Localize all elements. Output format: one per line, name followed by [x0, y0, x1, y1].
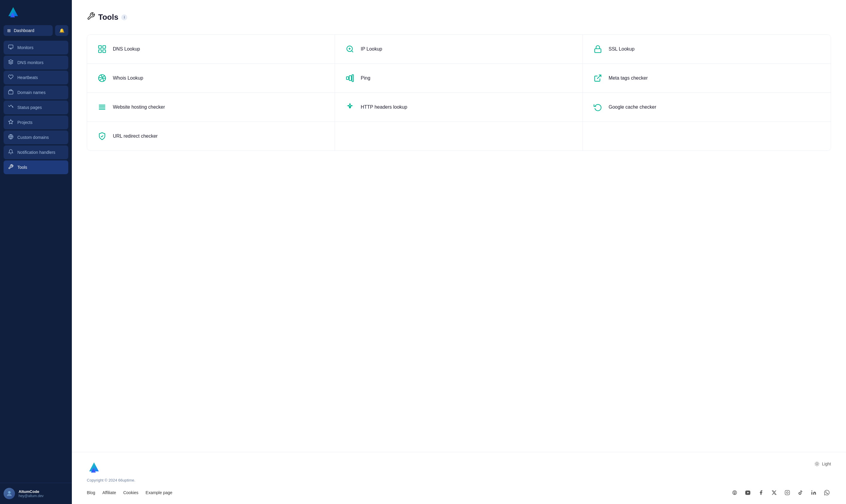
svg-rect-12 [98, 46, 101, 48]
tool-ssl-lookup[interactable]: SSL Lookup [583, 35, 831, 64]
tool-http-headers-lookup[interactable]: HTTP headers lookup [335, 93, 583, 122]
svg-line-24 [597, 75, 601, 79]
sidebar-item-projects[interactable]: Projects [4, 115, 68, 129]
ip-lookup-label: IP Lookup [361, 47, 382, 52]
projects-icon [8, 119, 14, 126]
theme-label: Light [822, 462, 831, 466]
page-title-text: Tools [98, 13, 118, 22]
url-redirect-icon [96, 130, 108, 142]
svg-rect-21 [346, 77, 348, 79]
sidebar-item-monitors[interactable]: Monitors [4, 41, 68, 54]
tools-grid: DNS Lookup IP Lookup [87, 34, 831, 151]
whois-lookup-icon [96, 72, 108, 84]
footer-link-affiliate[interactable]: Affiliate [102, 490, 116, 495]
tools-icon [87, 12, 95, 22]
svg-rect-20 [595, 49, 601, 53]
theme-toggle[interactable]: Light [814, 461, 831, 467]
svg-rect-22 [349, 76, 352, 80]
sidebar-item-heartbeats[interactable]: Heartbeats [4, 71, 68, 85]
svg-marker-6 [9, 120, 13, 124]
svg-point-32 [816, 463, 818, 465]
notification-icon [8, 149, 14, 156]
url-redirect-label: URL redirect checker [113, 133, 158, 139]
twitter-x-icon[interactable] [770, 488, 778, 497]
sidebar-navigation: Monitors DNS monitors Heartbeats Domain … [0, 39, 72, 175]
hosting-checker-label: Website hosting checker [113, 105, 165, 110]
tiktok-icon[interactable] [796, 488, 805, 497]
empty-cell-2 [583, 122, 831, 150]
empty-cell-1 [335, 122, 583, 150]
dashboard-label: Dashboard [14, 28, 34, 33]
user-info: AltumCode hey@altum.dev [19, 489, 44, 498]
monitor-icon [8, 44, 14, 51]
google-cache-icon [592, 101, 604, 113]
grid-icon: ⊞ [7, 28, 11, 33]
sidebar-item-tools[interactable]: Tools [4, 160, 68, 174]
svg-rect-23 [352, 74, 354, 82]
footer-nav-links: Blog Affiliate Cookies Example page [87, 490, 173, 495]
status-pages-label: Status pages [17, 105, 42, 110]
linkedin-icon[interactable] [809, 488, 818, 497]
user-profile[interactable]: AltumCode hey@altum.dev [0, 483, 72, 504]
notification-bell-button[interactable]: 🔔 [55, 25, 68, 36]
globe-icon [8, 134, 14, 141]
svg-point-43 [812, 490, 812, 491]
youtube-icon[interactable] [744, 488, 752, 497]
svg-rect-15 [103, 50, 105, 52]
tool-ip-lookup[interactable]: IP Lookup [335, 35, 583, 64]
dashboard-button[interactable]: ⊞ Dashboard [4, 25, 53, 36]
custom-domains-label: Custom domains [17, 135, 49, 140]
footer-link-cookies[interactable]: Cookies [123, 490, 139, 495]
svg-line-36 [818, 465, 818, 466]
footer-logo: Copyright © 2024 66uptime. [87, 461, 135, 483]
tool-website-hosting-checker[interactable]: Website hosting checker [87, 93, 335, 122]
threads-icon[interactable] [731, 488, 739, 497]
instagram-icon[interactable] [783, 488, 792, 497]
meta-tags-icon [592, 72, 604, 84]
dns-lookup-icon [96, 43, 108, 55]
avatar-image [4, 488, 15, 499]
info-icon[interactable]: i [121, 14, 127, 20]
svg-rect-2 [9, 45, 13, 48]
whois-lookup-label: Whois Lookup [113, 75, 143, 81]
google-cache-label: Google cache checker [609, 105, 656, 110]
sidebar-item-domain-names[interactable]: Domain names [4, 86, 68, 100]
footer-link-example-page[interactable]: Example page [145, 490, 173, 495]
sidebar-item-custom-domains[interactable]: Custom domains [4, 130, 68, 144]
footer-copyright: Copyright © 2024 66uptime. [87, 478, 135, 483]
http-headers-icon [344, 101, 356, 113]
heartbeats-label: Heartbeats [17, 75, 38, 80]
tool-dns-lookup[interactable]: DNS Lookup [87, 35, 335, 64]
footer-link-blog[interactable]: Blog [87, 490, 95, 495]
domain-icon [8, 89, 14, 96]
whatsapp-icon[interactable] [823, 488, 831, 497]
sidebar-item-status-pages[interactable]: Status pages [4, 101, 68, 114]
svg-line-17 [352, 51, 353, 52]
page-footer: Copyright © 2024 66uptime. Light [72, 452, 846, 504]
tool-ping[interactable]: Ping [335, 64, 583, 93]
tool-whois-lookup[interactable]: Whois Lookup [87, 64, 335, 93]
tool-url-redirect-checker[interactable]: URL redirect checker [87, 122, 335, 150]
tool-google-cache-checker[interactable]: Google cache checker [583, 93, 831, 122]
tools-page: Tools i DNS Lookup [72, 0, 846, 452]
meta-tags-label: Meta tags checker [609, 75, 648, 81]
facebook-icon[interactable] [757, 488, 765, 497]
svg-rect-5 [9, 91, 13, 94]
main-content: Tools i DNS Lookup [72, 0, 846, 504]
social-icons [731, 488, 831, 497]
svg-rect-14 [98, 50, 101, 52]
tools-label: Tools [17, 165, 27, 170]
user-email: hey@altum.dev [19, 494, 44, 498]
sidebar-item-notification-handlers[interactable]: Notification handlers [4, 145, 68, 159]
hosting-checker-icon [96, 101, 108, 113]
notification-handlers-label: Notification handlers [17, 150, 55, 155]
tools-icon-nav [8, 164, 14, 170]
sidebar-item-dns-monitors[interactable]: DNS monitors [4, 56, 68, 69]
tool-meta-tags-checker[interactable]: Meta tags checker [583, 64, 831, 93]
dns-lookup-label: DNS Lookup [113, 47, 140, 52]
footer-links: Blog Affiliate Cookies Example page [87, 488, 831, 497]
svg-rect-41 [785, 490, 790, 495]
footer-top: Copyright © 2024 66uptime. Light [87, 461, 831, 483]
domain-names-label: Domain names [17, 90, 46, 95]
http-headers-label: HTTP headers lookup [361, 105, 407, 110]
